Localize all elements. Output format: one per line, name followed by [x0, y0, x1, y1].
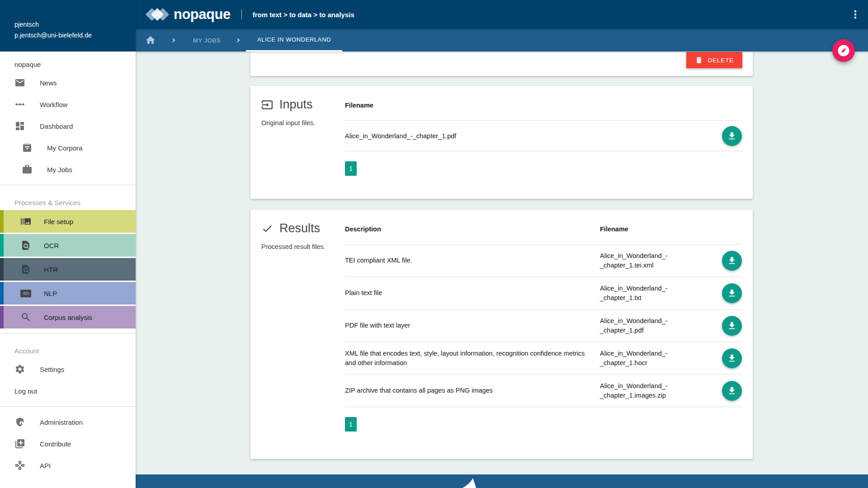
download-button[interactable] — [722, 283, 742, 303]
result-filename: Alice_in_Wonderland_-_chapter_1.hocr — [600, 349, 708, 367]
sidebar-item-dashboard[interactable]: Dashboard — [0, 115, 136, 137]
table-row: XML file that encodes text, style, layou… — [345, 342, 742, 374]
explore-compass-icon[interactable] — [832, 39, 855, 62]
column-header-filename: Filename — [600, 225, 742, 244]
sidebar-item-label: Settings — [40, 366, 64, 373]
sidebar-item-label: My Corpora — [47, 144, 82, 152]
result-description: TEI compliant XML file. — [345, 256, 591, 265]
sidebar: pjentsch p.jentsch@uni-bielefeld.de nopa… — [0, 0, 136, 488]
page-button-1[interactable]: 1 — [345, 417, 357, 432]
table-row: PDF file with text layer Alice_in_Wonder… — [345, 309, 742, 342]
sidebar-item-label: Dashboard — [40, 122, 73, 130]
table-row: Alice_in_Wonderland_-_chapter_1.pdf — [345, 120, 742, 151]
sidebar-item-label: Administration — [40, 418, 83, 426]
divider — [0, 406, 136, 407]
results-table: Description Filename TEI compliant XML f… — [345, 221, 742, 432]
result-description: Plain text file — [345, 288, 591, 297]
sidebar-item-label: HTR — [44, 266, 58, 273]
inputs-table: Filename Alice_in_Wonderland_-_chapter_1… — [345, 98, 742, 176]
table-row: Plain text file Alice_in_Wonderland_-_ch… — [345, 277, 742, 309]
results-title: Results — [279, 221, 320, 235]
result-filename: Alice_in_Wonderland_-_chapter_1.txt — [600, 284, 708, 302]
page-button-1[interactable]: 1 — [345, 161, 357, 176]
download-icon — [727, 353, 737, 363]
divider — [345, 407, 742, 407]
divider — [0, 185, 136, 185]
trash-icon — [695, 56, 703, 64]
download-button[interactable] — [722, 126, 742, 146]
sidebar-item-workflow[interactable]: Workflow — [0, 94, 136, 115]
sidebar-item-settings[interactable]: Settings — [0, 358, 136, 380]
download-button[interactable] — [722, 316, 742, 336]
sidebar-item-nlp[interactable]: NLP — [0, 282, 136, 305]
sidebar-section-nopaque: nopaque — [0, 52, 136, 72]
archive-box-icon — [22, 142, 33, 153]
sidebar-item-htr[interactable]: HTR — [0, 258, 136, 281]
brand[interactable]: nopaque — [146, 5, 231, 23]
home-icon[interactable] — [145, 35, 156, 46]
download-icon — [727, 321, 737, 331]
result-filename: Alice_in_Wonderland_-_chapter_1.images.z… — [600, 381, 708, 400]
table-row: ZIP archive that contains all pages as P… — [345, 374, 742, 407]
add-to-collection-icon — [14, 438, 25, 449]
sidebar-item-my-corpora[interactable]: My Corpora — [0, 137, 136, 159]
sidebar-section-processes: Processes & Services — [0, 190, 136, 210]
result-description: XML file that encodes text, style, layou… — [345, 349, 591, 367]
sidebar-item-label: NLP — [44, 290, 57, 297]
column-header-description: Description — [345, 225, 600, 244]
more-vert-icon[interactable] — [849, 8, 862, 21]
sidebar-item-contribute[interactable]: Contribute — [0, 433, 136, 455]
download-button[interactable] — [722, 348, 742, 368]
download-button[interactable] — [722, 381, 742, 401]
sidebar-item-file-setup[interactable]: File setup — [0, 210, 136, 233]
inputs-card-head: Inputs Original input files. — [261, 98, 340, 127]
breadcrumb-my-jobs[interactable]: MY JOBS — [193, 37, 221, 44]
user-email: p.jentsch@uni-bielefeld.de — [14, 32, 136, 39]
inputs-card: Inputs Original input files. Filename Al… — [250, 86, 753, 199]
sidebar-item-logout[interactable]: Log out — [0, 380, 136, 402]
briefcase-icon — [22, 164, 33, 175]
sidebar-item-label: My Jobs — [47, 166, 72, 174]
delete-button-label: DELETE — [708, 57, 734, 64]
sidebar-item-label: File setup — [44, 218, 73, 225]
sidebar-item-corpus-analysis[interactable]: Corpus analysis — [0, 306, 136, 328]
dashboard-icon — [14, 121, 25, 131]
column-header-filename: Filename — [345, 102, 742, 120]
admin-shield-icon — [14, 417, 25, 427]
dpad-icon — [14, 460, 25, 471]
sidebar-item-administration[interactable]: Administration — [0, 411, 136, 433]
sidebar-item-my-jobs[interactable]: My Jobs — [0, 159, 136, 180]
sidebar-item-label: API — [40, 462, 51, 469]
sidebar-item-label: News — [40, 79, 57, 87]
nopaque-logo-tip-icon — [459, 478, 477, 488]
sidebar-item-label: OCR — [44, 242, 59, 249]
code-icon — [20, 288, 31, 299]
find-in-page-icon — [20, 264, 31, 275]
download-icon — [727, 256, 737, 266]
burst-mode-icon — [20, 216, 31, 227]
page-footer — [136, 474, 868, 488]
brand-separator — [241, 9, 242, 19]
workflow-dots-icon — [14, 99, 25, 110]
app-logo-text: nopaque — [174, 6, 231, 23]
inputs-pagination: 1 — [345, 161, 742, 176]
mail-icon — [14, 77, 25, 88]
sidebar-item-api[interactable]: API — [0, 455, 136, 476]
input-arrow-icon — [261, 99, 273, 111]
chevron-right-icon — [235, 37, 242, 44]
sidebar-item-label: Corpus analysis — [44, 314, 92, 321]
user-block: pjentsch p.jentsch@uni-bielefeld.de — [0, 0, 136, 52]
table-row: TEI compliant XML file. Alice_in_Wonderl… — [345, 244, 742, 277]
sidebar-item-label: Log out — [14, 387, 37, 395]
result-description: ZIP archive that contains all pages as P… — [345, 386, 591, 395]
sidebar-item-ocr[interactable]: OCR — [0, 234, 136, 257]
inputs-subtitle: Original input files. — [261, 119, 340, 127]
input-filename: Alice_in_Wonderland_-_chapter_1.pdf — [345, 132, 722, 140]
tab-alice-in-wonderland[interactable]: ALICE IN WONDERLAND — [246, 29, 342, 52]
delete-button[interactable]: DELETE — [686, 52, 742, 68]
find-in-page-icon — [20, 240, 31, 251]
download-button[interactable] — [722, 251, 742, 271]
sidebar-item-news[interactable]: News — [0, 72, 136, 94]
results-card-head: Results Processed result files. — [261, 221, 340, 250]
results-card: Results Processed result files. Descript… — [250, 210, 753, 459]
